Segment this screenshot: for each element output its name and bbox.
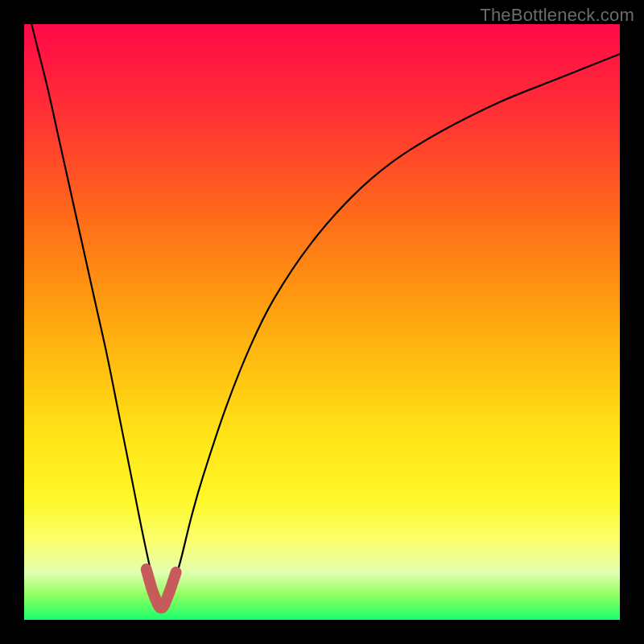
chart-frame: TheBottleneck.com xyxy=(0,0,644,644)
curve-layer xyxy=(24,24,620,620)
plot-area xyxy=(24,24,620,620)
bottleneck-curve xyxy=(24,24,620,609)
watermark-label: TheBottleneck.com xyxy=(480,5,634,26)
valley-marker-icon xyxy=(147,569,176,608)
